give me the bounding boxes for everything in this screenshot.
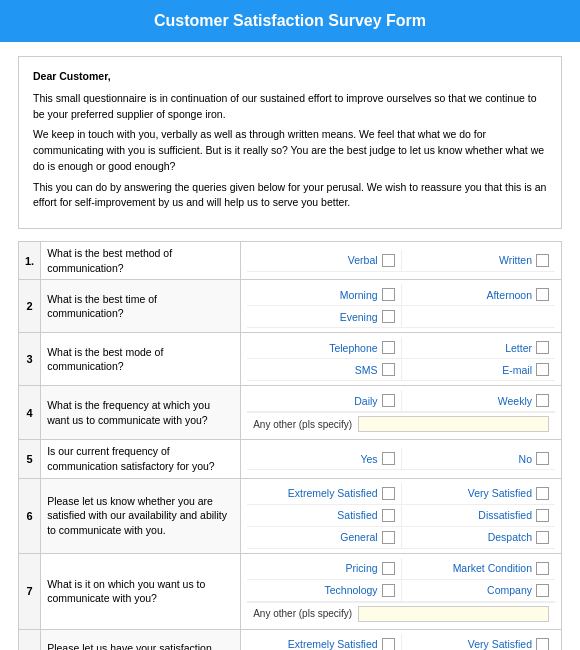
question-number: 7 <box>19 553 41 629</box>
option-label: Technology <box>324 584 377 596</box>
question-number: 4 <box>19 386 41 440</box>
option-label: No <box>519 453 532 465</box>
checkbox[interactable] <box>382 254 395 267</box>
salutation: Dear Customer, <box>33 69 547 85</box>
question-text: What is it on which you want us to commu… <box>41 553 241 629</box>
any-other-input[interactable] <box>358 606 549 622</box>
option-label: Extremely Satisfied <box>288 638 378 650</box>
question-text: What is the best time of communication? <box>41 280 241 333</box>
option-label: E-mail <box>502 364 532 376</box>
question-number: 1. <box>19 242 41 280</box>
table-row: 3 What is the best mode of communication… <box>19 333 562 386</box>
checkbox[interactable] <box>536 363 549 376</box>
survey-table: 1. What is the best method of communicat… <box>18 241 562 650</box>
table-row: 5 Is our current frequency of communicat… <box>19 440 562 478</box>
intro-para-1: This small questionnaire is in continuat… <box>33 91 547 123</box>
checkbox[interactable] <box>382 487 395 500</box>
table-row: 6 Please let us know whether you are sat… <box>19 478 562 553</box>
question-text: Is our current frequency of communicatio… <box>41 440 241 478</box>
option-label: Very Satisfied <box>468 638 532 650</box>
table-row: 2 What is the best time of communication… <box>19 280 562 333</box>
question-text: What is the best method of communication… <box>41 242 241 280</box>
options-cell: TelephoneLetterSMSE-mail <box>241 333 562 386</box>
option-label: Extremely Satisfied <box>288 487 378 499</box>
checkbox[interactable] <box>536 531 549 544</box>
any-other-label: Any other (pls specify) <box>253 608 352 619</box>
checkbox[interactable] <box>382 509 395 522</box>
option-label: Afternoon <box>486 289 532 301</box>
table-row: 1. What is the best method of communicat… <box>19 242 562 280</box>
option-label: General <box>340 531 377 543</box>
question-number: 2 <box>19 280 41 333</box>
option-label: Pricing <box>345 562 377 574</box>
option-label: Yes <box>360 453 377 465</box>
option-label: Evening <box>340 311 378 323</box>
checkbox[interactable] <box>382 584 395 597</box>
question-text: Please let us know whether you are satis… <box>41 478 241 553</box>
option-label: Telephone <box>329 342 377 354</box>
checkbox[interactable] <box>536 254 549 267</box>
question-text: What is the best mode of communication? <box>41 333 241 386</box>
options-cell: PricingMarket ConditionTechnologyCompany… <box>241 553 562 629</box>
options-cell: DailyWeekly Any other (pls specify) <box>241 386 562 440</box>
table-row: 4 What is the frequency at which you wan… <box>19 386 562 440</box>
option-label: Morning <box>340 289 378 301</box>
page-header: Customer Satisfaction Survey Form <box>0 0 580 42</box>
main-content: Dear Customer, This small questionnaire … <box>0 42 580 650</box>
checkbox[interactable] <box>536 584 549 597</box>
option-label: Despatch <box>488 531 532 543</box>
option-label: Daily <box>354 395 377 407</box>
checkbox[interactable] <box>536 638 549 650</box>
any-other-input[interactable] <box>358 416 549 432</box>
table-row: 8 Please let us have your satisfaction l… <box>19 629 562 650</box>
question-number: 3 <box>19 333 41 386</box>
header-title: Customer Satisfaction Survey Form <box>154 12 426 29</box>
option-label: Letter <box>505 342 532 354</box>
checkbox[interactable] <box>382 310 395 323</box>
checkbox[interactable] <box>382 638 395 650</box>
checkbox[interactable] <box>536 394 549 407</box>
option-label: SMS <box>355 364 378 376</box>
options-cell: Extremely SatisfiedVery SatisfiedSatisfi… <box>241 478 562 553</box>
checkbox[interactable] <box>382 452 395 465</box>
checkbox[interactable] <box>382 363 395 376</box>
option-label: Written <box>499 254 532 266</box>
options-cell: Extremely SatisfiedVery SatisfiedSatisfi… <box>241 629 562 650</box>
question-number: 5 <box>19 440 41 478</box>
checkbox[interactable] <box>382 531 395 544</box>
any-other-label: Any other (pls specify) <box>253 419 352 430</box>
question-text: What is the frequency at which you want … <box>41 386 241 440</box>
intro-para-2: We keep in touch with you, verbally as w… <box>33 127 547 174</box>
options-cell: YesNo <box>241 440 562 478</box>
checkbox[interactable] <box>536 452 549 465</box>
checkbox[interactable] <box>382 341 395 354</box>
option-label: Market Condition <box>453 562 532 574</box>
option-label: Very Satisfied <box>468 487 532 499</box>
question-text: Please let us have your satisfaction lev… <box>41 629 241 650</box>
checkbox[interactable] <box>382 562 395 575</box>
checkbox[interactable] <box>382 288 395 301</box>
option-label: Verbal <box>348 254 378 266</box>
question-number: 8 <box>19 629 41 650</box>
checkbox[interactable] <box>382 394 395 407</box>
checkbox[interactable] <box>536 288 549 301</box>
table-row: 7 What is it on which you want us to com… <box>19 553 562 629</box>
intro-box: Dear Customer, This small questionnaire … <box>18 56 562 229</box>
checkbox[interactable] <box>536 341 549 354</box>
checkbox[interactable] <box>536 562 549 575</box>
option-label: Dissatisfied <box>478 509 532 521</box>
option-label: Company <box>487 584 532 596</box>
checkbox[interactable] <box>536 509 549 522</box>
question-number: 6 <box>19 478 41 553</box>
checkbox[interactable] <box>536 487 549 500</box>
options-cell: MorningAfternoonEvening <box>241 280 562 333</box>
option-label: Satisfied <box>337 509 377 521</box>
intro-para-3: This you can do by answering the queries… <box>33 180 547 212</box>
option-label: Weekly <box>498 395 532 407</box>
options-cell: VerbalWritten <box>241 242 562 280</box>
